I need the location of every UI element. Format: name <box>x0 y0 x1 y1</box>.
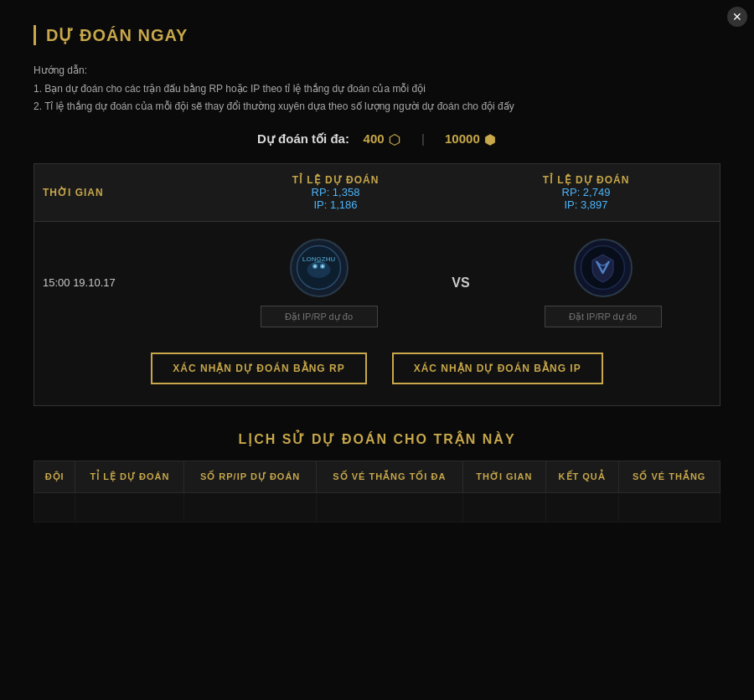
col-ket-qua: KẾT QUẢ <box>545 461 618 492</box>
rp-icon <box>388 133 401 147</box>
team1-rp-odds: RP: 1,358 <box>210 186 461 198</box>
cell <box>462 492 545 522</box>
svg-point-4 <box>307 261 331 278</box>
page-wrapper: DỰ ĐOÁN NGAY Hướng dẫn: 1. Bạn dự đoán c… <box>0 0 754 539</box>
instructions-line2: 2. Tỉ lệ thắng dự đoán của mỗi đội sẽ th… <box>34 98 720 116</box>
cell <box>618 492 720 522</box>
svg-marker-0 <box>390 134 399 145</box>
team2-logo <box>574 239 633 297</box>
history-title: LỊCH SỬ DỰ ĐOÁN CHO TRẬN NÀY <box>34 431 720 447</box>
team1-section: LONGZHU <box>210 239 427 327</box>
max-prediction-label: Dự đoán tối đa: <box>257 131 349 146</box>
instructions-block: Hướng dẫn: 1. Bạn dự đoán cho các trận đ… <box>34 62 720 116</box>
instructions-line1: 1. Bạn dự đoán cho các trận đấu bằng RP … <box>34 80 720 99</box>
history-table-head: ĐỘI TỈ LỆ DỰ ĐOÁN SỐ RP/IP DỰ ĐOÁN SỐ VÉ… <box>34 461 720 492</box>
history-table: ĐỘI TỈ LỆ DỰ ĐOÁN SỐ RP/IP DỰ ĐOÁN SỐ VÉ… <box>34 461 720 522</box>
col-so-ve-thang: SỐ VÉ THẮNG <box>618 461 720 492</box>
separator: | <box>421 131 425 146</box>
team1-bet-input[interactable] <box>261 306 378 327</box>
svg-point-7 <box>314 265 317 268</box>
team2-bet-input[interactable] <box>545 306 662 327</box>
team2-logo-svg <box>580 244 626 291</box>
history-header-row: ĐỘI TỈ LỆ DỰ ĐOÁN SỐ RP/IP DỰ ĐOÁN SỐ VÉ… <box>34 461 720 492</box>
cell <box>316 492 462 522</box>
instructions-heading: Hướng dẫn: <box>34 62 720 80</box>
col-thoi-gian: THỜI GIAN <box>462 461 545 492</box>
confirm-buttons-row: XÁC NHẬN DỰ ĐOÁN BẰNG RP XÁC NHẬN DỰ ĐOÁ… <box>34 336 720 405</box>
confirm-ip-button[interactable]: XÁC NHẬN DỰ ĐOÁN BẰNG IP <box>392 353 603 384</box>
team1-logo-svg: LONGZHU <box>296 244 342 291</box>
match-table-header: THỜI GIAN TỈ LỆ DỰ ĐOÁN RP: 1,358 IP: 1,… <box>34 164 720 222</box>
team2-odds-label: TỈ LỆ DỰ ĐOÁN <box>461 174 711 186</box>
table-row <box>34 492 720 522</box>
close-button[interactable]: ✕ <box>727 7 747 27</box>
page-title: DỰ ĐOÁN NGAY <box>46 25 188 45</box>
team2-odds-header: TỈ LỆ DỰ ĐOÁN RP: 2,749 IP: 3,897 <box>461 174 711 211</box>
close-icon: ✕ <box>732 10 742 23</box>
team1-odds-label: TỈ LỆ DỰ ĐOÁN <box>210 174 461 186</box>
max-prediction-row: Dự đoán tối đa: 400 | 10000 <box>34 131 720 147</box>
col-tile: TỈ LỆ DỰ ĐOÁN <box>75 461 184 492</box>
match-time: 15:00 19.10.17 <box>43 276 210 289</box>
cell <box>34 492 75 522</box>
team1-ip-odds: IP: 1,186 <box>210 198 461 211</box>
confirm-rp-button[interactable]: XÁC NHẬN DỰ ĐOÁN BẰNG RP <box>151 353 366 384</box>
max-rp-value: 400 <box>364 131 385 146</box>
history-section: LỊCH SỬ DỰ ĐOÁN CHO TRẬN NÀY ĐỘI TỈ LỆ D… <box>34 431 720 522</box>
title-section: DỰ ĐOÁN NGAY <box>34 25 720 45</box>
history-table-body <box>34 492 720 522</box>
cell <box>184 492 316 522</box>
team1-odds-header: TỈ LỆ DỰ ĐOÁN RP: 1,358 IP: 1,186 <box>210 174 461 211</box>
svg-point-8 <box>322 265 324 268</box>
match-table-wrapper: THỜI GIAN TỈ LỆ DỰ ĐOÁN RP: 1,358 IP: 1,… <box>34 163 720 406</box>
col-so-rp-ip: SỐ RP/IP DỰ ĐOÁN <box>184 461 316 492</box>
vs-label: VS <box>427 275 494 291</box>
col-doi: ĐỘI <box>34 461 75 492</box>
team1-logo: LONGZHU <box>290 239 349 297</box>
match-row: 15:00 19.10.17 LONGZHU <box>34 222 720 336</box>
max-ip-value: 10000 <box>445 131 480 146</box>
ip-icon <box>483 133 497 147</box>
cell <box>75 492 184 522</box>
team2-ip-odds: IP: 3,897 <box>461 198 711 211</box>
cell <box>545 492 618 522</box>
team2-rp-odds: RP: 2,749 <box>461 186 711 198</box>
time-column-header: THỜI GIAN <box>43 187 210 198</box>
col-so-ve-toi-da: SỐ VÉ THẮNG TỐI ĐA <box>316 461 462 492</box>
svg-marker-1 <box>485 134 494 145</box>
team2-section <box>494 239 711 327</box>
